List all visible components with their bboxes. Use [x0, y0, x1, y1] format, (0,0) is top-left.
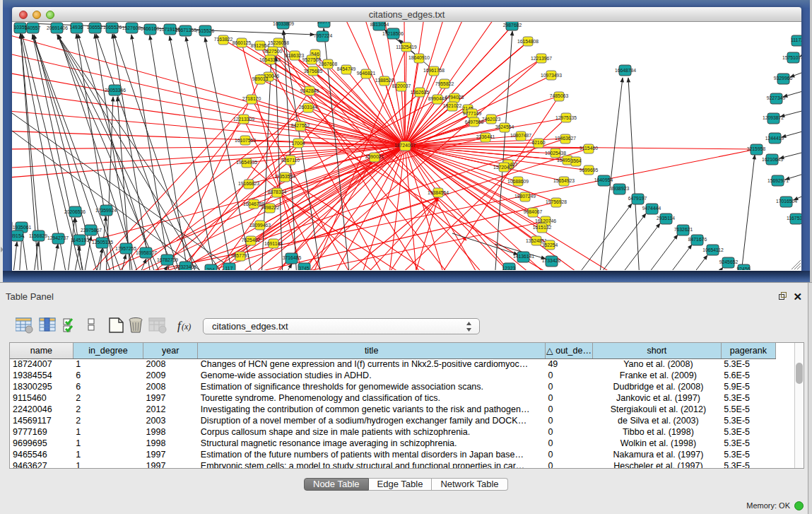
svg-text:9227349: 9227349	[767, 95, 786, 100]
svg-text:9699695: 9699695	[579, 168, 599, 173]
svg-text:7955822: 7955822	[435, 81, 454, 86]
svg-text:12323466: 12323466	[175, 264, 196, 269]
svg-text:6479197: 6479197	[628, 196, 647, 201]
svg-text:106552: 106552	[87, 25, 103, 30]
svg-text:20053346: 20053346	[105, 88, 126, 93]
svg-text:18724007: 18724007	[394, 143, 416, 148]
svg-text:3564: 3564	[570, 158, 581, 163]
svg-text:9857791: 9857791	[231, 253, 250, 258]
svg-text:2590021: 2590021	[365, 154, 384, 159]
svg-text:3745: 3745	[298, 266, 309, 270]
svg-text:1156829: 1156829	[29, 233, 47, 238]
svg-text:39154: 39154	[12, 233, 24, 238]
svg-text:8267110: 8267110	[281, 158, 300, 163]
svg-text:3716485: 3716485	[283, 255, 302, 260]
svg-text:8427552: 8427552	[291, 123, 310, 128]
svg-text:7515526: 7515526	[196, 28, 215, 33]
svg-text:2987682: 2987682	[503, 23, 522, 28]
svg-text:1691144: 1691144	[264, 241, 283, 246]
svg-text:19166823: 19166823	[238, 181, 259, 186]
svg-text:9646821: 9646821	[357, 71, 376, 76]
svg-text:7632621: 7632621	[674, 227, 693, 232]
svg-text:204: 204	[206, 267, 215, 270]
svg-text:6794028: 6794028	[445, 95, 464, 100]
svg-text:3498222: 3498222	[261, 205, 280, 210]
svg-text:989013: 989013	[252, 76, 269, 81]
svg-text:92456: 92456	[737, 267, 751, 270]
svg-text:1145193: 1145193	[71, 238, 89, 243]
svg-text:17004: 17004	[292, 141, 305, 146]
svg-text:15751074: 15751074	[782, 55, 801, 60]
svg-text:11353594: 11353594	[274, 174, 295, 179]
svg-text:2603144: 2603144	[299, 105, 318, 110]
svg-text:11325419: 11325419	[396, 45, 417, 49]
svg-text:9245652: 9245652	[719, 259, 739, 264]
svg-text:10688609: 10688609	[507, 179, 529, 184]
svg-text:10025438: 10025438	[545, 151, 566, 156]
svg-text:6497568: 6497568	[465, 119, 484, 124]
svg-text:9777149: 9777149	[463, 111, 482, 116]
svg-text:8938923: 8938923	[611, 186, 630, 191]
svg-text:8878334: 8878334	[268, 189, 287, 194]
svg-text:1527602: 1527602	[122, 25, 141, 30]
svg-text:8990448: 8990448	[428, 96, 447, 101]
svg-text:1640954: 1640954	[594, 177, 613, 182]
svg-text:1167533: 1167533	[787, 216, 801, 221]
svg-text:14136141: 14136141	[513, 254, 534, 259]
svg-text:8813054: 8813054	[370, 22, 389, 27]
svg-text:1244419: 1244419	[765, 136, 784, 141]
svg-text:8454749: 8454749	[337, 66, 356, 71]
svg-text:9329966: 9329966	[774, 76, 793, 81]
svg-text:18099463: 18099463	[249, 223, 271, 228]
svg-text:9115460: 9115460	[579, 146, 598, 151]
svg-text:1935061: 1935061	[13, 225, 32, 230]
svg-text:19384554: 19384554	[428, 190, 449, 195]
svg-text:9242848: 9242848	[300, 88, 319, 93]
svg-text:1921022: 1921022	[443, 103, 462, 108]
svg-text:(x): (x)	[182, 322, 191, 332]
svg-text:6466160: 6466160	[141, 26, 160, 31]
svg-text:1388520: 1388520	[375, 78, 394, 83]
svg-text:3624554: 3624554	[495, 124, 514, 129]
svg-text:12323: 12323	[502, 266, 516, 270]
svg-text:17957255: 17957255	[115, 246, 136, 251]
svg-text:8220037: 8220037	[392, 83, 411, 88]
svg-text:2718170: 2718170	[242, 96, 261, 101]
svg-text:2336441: 2336441	[476, 134, 495, 139]
svg-text:11172: 11172	[791, 37, 801, 42]
svg-text:16210643: 16210643	[762, 157, 783, 162]
svg-text:3215958: 3215958	[747, 146, 766, 151]
svg-text:16961758: 16961758	[423, 68, 445, 73]
svg-text:19654935: 19654935	[236, 160, 257, 165]
svg-text:16033809: 16033809	[273, 22, 294, 26]
svg-text:140557: 140557	[25, 25, 41, 30]
svg-text:12093872: 12093872	[763, 115, 784, 120]
svg-text:2867608: 2867608	[319, 62, 338, 66]
svg-text:16648784: 16648784	[615, 68, 636, 73]
svg-text:12213967: 12213967	[531, 56, 552, 61]
svg-text:3675685: 3675685	[304, 69, 323, 74]
svg-text:7485063: 7485063	[550, 93, 569, 98]
svg-text:1615132: 1615132	[533, 225, 552, 230]
svg-text:23975867: 23975867	[81, 228, 102, 233]
svg-text:16543362: 16543362	[259, 57, 281, 62]
svg-text:62160: 62160	[532, 140, 546, 145]
svg-text:7462023: 7462023	[482, 117, 501, 122]
svg-text:15692971: 15692971	[767, 178, 789, 183]
svg-text:8186323: 8186323	[286, 53, 305, 58]
svg-text:20691406: 20691406	[47, 25, 68, 30]
svg-text:1362635: 1362635	[411, 90, 430, 95]
svg-text:18807249: 18807249	[514, 194, 536, 199]
svg-text:8471676: 8471676	[688, 237, 707, 242]
svg-text:9474444: 9474444	[642, 206, 661, 211]
svg-text:10973493: 10973493	[541, 73, 562, 78]
svg-text:10807487: 10807487	[510, 133, 531, 138]
svg-text:17016504: 17016504	[776, 199, 797, 204]
svg-text:12975135: 12975135	[555, 115, 577, 120]
svg-text:16120746: 16120746	[535, 218, 556, 223]
svg-text:12942737: 12942737	[47, 235, 69, 240]
svg-text:16782759: 16782759	[157, 257, 178, 262]
svg-text:1065526: 1065526	[103, 25, 122, 30]
svg-text:10654112: 10654112	[702, 247, 724, 252]
svg-text:19463627: 19463627	[555, 136, 576, 141]
